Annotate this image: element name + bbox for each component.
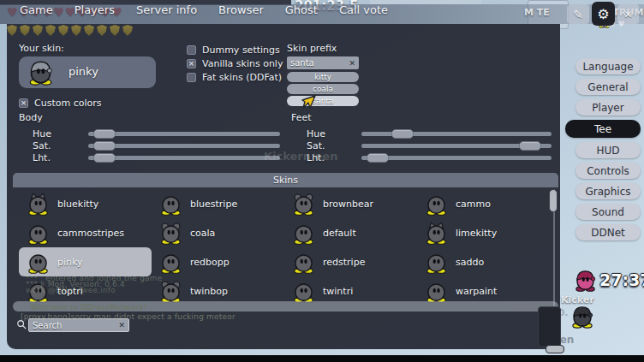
skin-item-redbopp[interactable]: redbopp xyxy=(152,247,284,276)
tee-avatar xyxy=(425,280,448,303)
search-input[interactable] xyxy=(33,321,118,330)
skins-header-label: Skins xyxy=(273,175,298,186)
skins-scrollbar-handle[interactable] xyxy=(549,189,558,212)
body-sliders: HueSat.Lht. xyxy=(19,128,289,163)
your-skin-label: Your skin: xyxy=(19,43,64,54)
feet-sat-slider[interactable] xyxy=(361,144,552,148)
sidebar-tabs: LanguageGeneralPlayerTeeHUDControlsGraph… xyxy=(575,58,641,245)
menu-item-players[interactable]: Players xyxy=(75,3,115,16)
shield-icon xyxy=(110,25,120,36)
checkbox-box[interactable]: × xyxy=(187,59,196,68)
tab-tee[interactable]: Tee xyxy=(565,120,641,138)
editor-button[interactable]: ✎ xyxy=(567,4,589,24)
skin-item-bluestripe[interactable]: bluestripe xyxy=(152,189,284,218)
checkbox-label: Dummy settings xyxy=(202,45,280,56)
tab-general[interactable]: General xyxy=(575,79,641,95)
skin-item-cammo[interactable]: cammo xyxy=(417,189,550,218)
your-skin-tee-avatar xyxy=(27,59,54,86)
skin-name: default xyxy=(323,228,356,239)
slider-handle[interactable] xyxy=(391,129,414,139)
checkbox-box[interactable] xyxy=(187,73,196,82)
body-hue-slider[interactable] xyxy=(88,132,280,136)
console-resize-handle[interactable] xyxy=(546,345,564,353)
skin-item-cammostripes[interactable]: cammostripes xyxy=(19,218,152,247)
menu-item-browser[interactable]: Browser xyxy=(218,3,264,16)
menu-item-server-info[interactable]: Server info xyxy=(136,3,197,16)
skin-name: twintri xyxy=(323,286,353,297)
tab-sound[interactable]: Sound xyxy=(575,204,641,220)
skin-item-saddo[interactable]: saddo xyxy=(417,247,550,276)
clear-prefix-icon[interactable]: ✕ xyxy=(349,59,355,68)
skin-prefix-option-coala[interactable]: coala xyxy=(287,84,359,94)
slider-label: Sat. xyxy=(19,140,70,151)
skin-name: redbopp xyxy=(190,257,230,268)
skin-name: redstripe xyxy=(323,257,365,268)
feet-label: Feet xyxy=(291,112,553,123)
background-nameplate: M TE xyxy=(524,7,550,18)
settings-button[interactable]: ⚙ xyxy=(592,2,615,26)
skin-item-default[interactable]: default xyxy=(284,218,417,247)
skin-item-redstripe[interactable]: redstripe xyxy=(284,247,417,276)
tee-avatar xyxy=(425,251,448,274)
slider-handle[interactable] xyxy=(93,129,116,139)
skin-prefix-option-santa[interactable]: santa xyxy=(287,96,359,106)
custom-colors-checkbox[interactable]: ×Custom colors xyxy=(19,98,101,109)
skin-prefix-input[interactable]: santa ✕ xyxy=(287,56,359,69)
menu-item-game[interactable]: Game xyxy=(20,3,53,16)
checkbox-label: Custom colors xyxy=(34,98,101,109)
tab-player[interactable]: Player xyxy=(575,99,641,116)
close-button[interactable]: ✕ xyxy=(617,4,639,24)
tee-avatar xyxy=(27,251,50,274)
tee-avatar xyxy=(425,193,448,216)
letterbox-bar xyxy=(0,355,644,362)
tee-avatar xyxy=(425,222,448,245)
background-tee-dark xyxy=(570,305,594,329)
tee-avatar xyxy=(159,222,182,245)
tee-avatar xyxy=(27,193,50,216)
checkbox-label: Vanilla skins only xyxy=(202,58,283,69)
shield-icon xyxy=(122,25,133,36)
body-lht-slider[interactable] xyxy=(88,156,280,160)
skin-item-bluekitty[interactable]: bluekitty xyxy=(19,189,152,218)
fat-skins-checkbox[interactable]: Fat skins (DDFat) xyxy=(187,72,282,83)
menu-item-ghost[interactable]: Ghost xyxy=(285,3,318,16)
tee-avatar xyxy=(27,222,50,245)
feet-hue-slider[interactable] xyxy=(361,132,552,136)
skin-name: coala xyxy=(190,228,215,239)
clear-search-icon[interactable]: ✕ xyxy=(118,321,125,329)
skin-name: twinbop xyxy=(190,286,228,297)
tab-hud[interactable]: HUD xyxy=(575,142,641,158)
skin-item-limekitty[interactable]: limekitty xyxy=(417,218,550,247)
skin-name: pinky xyxy=(57,257,83,268)
tee-avatar xyxy=(159,280,182,303)
spectate-timer: 27:37 xyxy=(599,270,644,289)
dummy-settings-checkbox[interactable]: Dummy settings xyxy=(187,45,280,56)
tab-language[interactable]: Language xyxy=(575,58,641,74)
tab-ddnet[interactable]: DDNet xyxy=(575,224,641,240)
tab-controls[interactable]: Controls xyxy=(575,163,641,179)
slider-handle[interactable] xyxy=(367,153,389,163)
slider-handle[interactable] xyxy=(93,141,116,151)
feet-lht-slider[interactable] xyxy=(361,156,552,160)
body-label: Body xyxy=(19,112,289,123)
skin-prefix-option-kitty[interactable]: kitty xyxy=(287,72,359,82)
checkbox-box[interactable] xyxy=(187,45,196,55)
skin-item-pinky[interactable]: pinky xyxy=(19,247,152,276)
slider-handle[interactable] xyxy=(93,153,116,163)
body-sat-slider[interactable] xyxy=(88,144,280,148)
tab-graphics[interactable]: Graphics xyxy=(575,183,641,199)
skin-item-coala[interactable]: coala xyxy=(152,218,284,247)
tee-avatar xyxy=(159,193,182,216)
slider-label: Lht. xyxy=(19,152,70,163)
vanilla-skins-checkbox[interactable]: ×Vanilla skins only xyxy=(187,58,283,69)
skin-name: brownbear xyxy=(323,199,373,210)
background-nameplate: Kickern een xyxy=(264,150,337,163)
skin-item-brownbear[interactable]: brownbear xyxy=(284,189,417,218)
tee-avatar xyxy=(292,193,315,216)
shield-icon xyxy=(71,25,81,36)
checkbox-box[interactable]: × xyxy=(19,98,28,108)
your-skin-box[interactable]: pinky xyxy=(19,56,156,88)
slider-handle[interactable] xyxy=(519,141,541,151)
menu-item-call-vote[interactable]: Call vote xyxy=(339,3,388,16)
screen: 201:23.5 ♥♥♥♥♥♥♥♥♥♥ GamePlayersServer in… xyxy=(0,0,644,362)
